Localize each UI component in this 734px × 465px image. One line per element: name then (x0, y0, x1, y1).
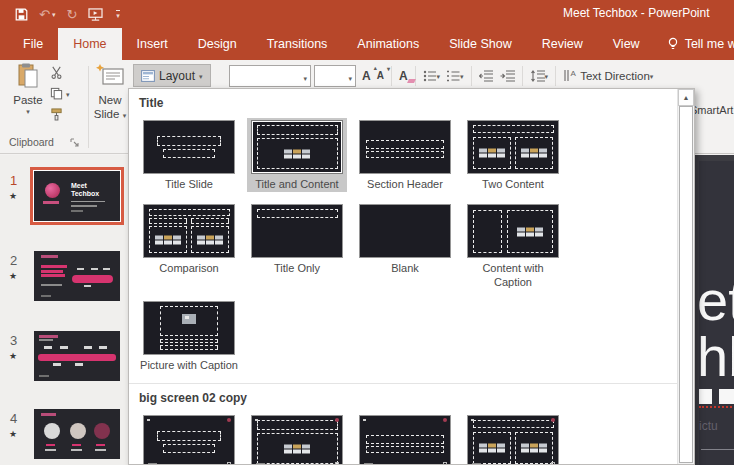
footer-bar (41, 295, 51, 297)
tab-animations[interactable]: Animations (342, 28, 434, 60)
content-icon-block (479, 149, 487, 153)
slide-canvas-fragment[interactable]: et hb ictu (699, 161, 734, 465)
layout-option-two-content[interactable]: Two Content (463, 413, 563, 464)
content-icon-block (293, 449, 301, 453)
editor-canvas[interactable]: et hb ictu (695, 155, 734, 465)
content-icon-block (173, 235, 181, 239)
cover-subtitle-bar (71, 205, 97, 207)
tab-view[interactable]: View (598, 28, 655, 60)
content-icon-block (517, 228, 525, 232)
header-bar (41, 255, 58, 258)
clear-formatting-button[interactable]: A (396, 65, 411, 87)
slide-panel-item-2[interactable]: 2 ★ (0, 251, 128, 323)
copy-button[interactable]: ▾ (50, 87, 70, 100)
layout-option-content-caption[interactable]: Content with Caption (463, 202, 563, 290)
animation-star-icon: ★ (9, 351, 17, 361)
layout-option-section-header[interactable]: Section Header (355, 413, 455, 464)
slide-panel-item-4[interactable]: 4 ★ (0, 409, 128, 465)
layout-option-blank[interactable]: Blank (355, 202, 455, 290)
decrease-indent-button[interactable] (476, 65, 497, 87)
tab-review[interactable]: Review (527, 28, 598, 60)
layout-gallery-sections: Title Title Slide Title and Content Sect… (129, 89, 677, 464)
new-slide-button[interactable]: New Slide ▾ (92, 63, 128, 122)
layout-option-title-content[interactable]: Title and Content (247, 413, 347, 464)
strip-separator (415, 66, 416, 86)
layout-option-label: Comparison (159, 262, 218, 276)
line-spacing-button[interactable]: ▾ (527, 65, 552, 87)
cut-button[interactable] (50, 66, 70, 79)
bullets-button[interactable]: ▾ (420, 65, 444, 87)
start-from-beginning-button[interactable] (88, 8, 103, 21)
layout-option-two-content[interactable]: Two Content (463, 118, 563, 192)
increase-font-size-button[interactable]: A▴ (359, 65, 374, 87)
slide-number-box (335, 462, 339, 464)
tab-home[interactable]: Home (58, 28, 121, 60)
layout-option-comparison[interactable]: Comparison (139, 202, 239, 290)
slide-title-fragment-line2: hb (699, 329, 734, 385)
customize-quick-access-button[interactable]: ▾ (114, 10, 120, 19)
tab-design[interactable]: Design (183, 28, 252, 60)
placeholder-dash-box (163, 149, 215, 158)
tab-insert[interactable]: Insert (122, 28, 183, 60)
redo-button[interactable]: ↻ (66, 8, 77, 21)
layout-option-picture-caption[interactable]: Picture with Caption (139, 299, 239, 373)
format-painter-button[interactable] (50, 108, 70, 121)
text-bar (41, 265, 67, 268)
new-slide-label-line2: Slide (94, 108, 120, 120)
tab-transitions[interactable]: Transitions (252, 28, 343, 60)
font-size-caret: ▾ (348, 75, 352, 83)
numbering-button[interactable]: ▾ (443, 65, 467, 87)
layout-option-title-content[interactable]: Title and Content (247, 118, 347, 192)
placeholder-dash-box (160, 306, 218, 335)
scrollbar-thumb[interactable] (679, 106, 693, 463)
layout-gallery-dropdown: Title Title Slide Title and Content Sect… (128, 88, 695, 465)
tab-slide-show[interactable]: Slide Show (434, 28, 527, 60)
paste-button[interactable]: Paste ▾ (8, 63, 48, 139)
content-icon-block (284, 449, 292, 453)
layout-thumbnail (359, 120, 451, 174)
ribbon-separator (88, 66, 89, 148)
tick-label (91, 268, 98, 270)
layout-option-section-header[interactable]: Section Header (355, 118, 455, 192)
save-button[interactable] (15, 8, 28, 21)
placeholder-dash-box (257, 125, 338, 134)
placeholder-dash-box (149, 209, 230, 216)
logo-sphere (45, 183, 60, 198)
layout-caret: ▾ (199, 73, 203, 81)
cut-icon (50, 66, 63, 79)
layout-option-title-slide[interactable]: Title Slide (139, 413, 239, 464)
content-icon-block (173, 240, 181, 244)
undo-button[interactable]: ↶▾ (39, 8, 55, 21)
clipboard-dialog-launcher[interactable] (70, 138, 79, 147)
letter-fragment (719, 389, 734, 404)
placeholder-dash-box (191, 218, 230, 224)
tick-label (77, 268, 84, 270)
gallery-scrollbar[interactable]: ▲ (677, 89, 694, 464)
text-direction-caret: ▾ (650, 73, 654, 81)
lightbulb-icon (667, 37, 679, 51)
scrollbar-up-button[interactable]: ▲ (678, 89, 694, 106)
title-bar: ↶▾ ↻ ▾ Meet Techbox - PowerPoint (0, 0, 734, 28)
layout-thumbnail (359, 415, 451, 464)
content-icon-block (539, 149, 547, 153)
slide-thumbnail (34, 251, 120, 301)
font-name-combobox[interactable]: ▾ (229, 65, 311, 87)
content-icon-block (539, 154, 547, 158)
layout-button[interactable]: Layout ▾ (133, 64, 211, 87)
tell-me-box[interactable]: Tell me what y (667, 28, 734, 60)
layout-option-title-slide[interactable]: Title Slide (139, 118, 239, 192)
increase-indent-button[interactable] (497, 65, 518, 87)
tab-file[interactable]: File (8, 28, 58, 60)
slide-panel-item-1[interactable]: 1 ★ MeetTechbox (0, 171, 128, 243)
text-direction-label: Text Direction (580, 70, 650, 82)
text-direction-button[interactable]: A Text Direction ▾ (560, 65, 656, 87)
new-slide-icon (95, 63, 125, 89)
new-slide-label-line1: New (98, 94, 121, 106)
undo-icon: ↶ (39, 8, 50, 21)
slide-panel-item-3[interactable]: 3 ★ (0, 331, 128, 403)
content-icon-block (530, 444, 538, 448)
layout-option-label: Title Only (274, 262, 320, 276)
layout-option-title-only[interactable]: Title Only (247, 202, 347, 290)
cover-rule (71, 201, 105, 202)
font-size-combobox[interactable]: ▾ (314, 65, 356, 87)
